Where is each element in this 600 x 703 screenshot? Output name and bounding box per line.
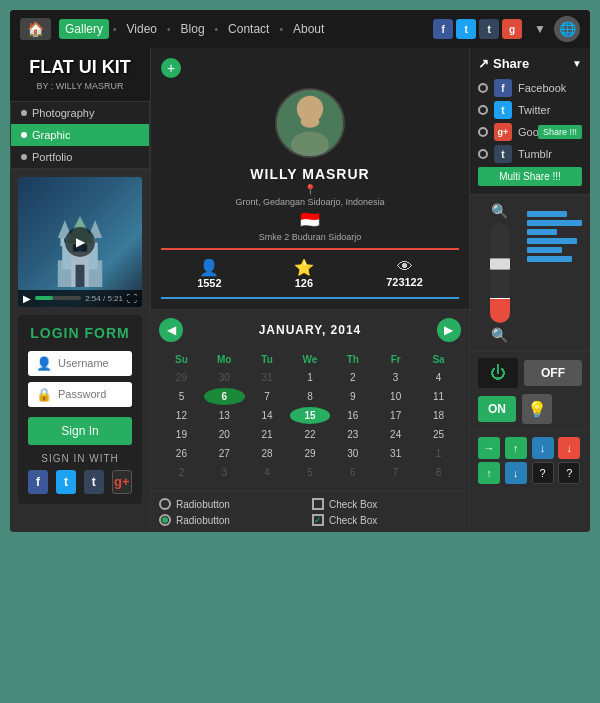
bulb-icon[interactable]: 💡 bbox=[522, 394, 552, 424]
share-now-button[interactable]: Share !!! bbox=[538, 125, 582, 139]
password-input[interactable] bbox=[58, 388, 124, 400]
home-icon[interactable]: 🏠 bbox=[20, 18, 51, 40]
video-progress-bar[interactable] bbox=[35, 296, 81, 300]
social-google-icon[interactable]: g bbox=[502, 19, 522, 39]
cal-cell[interactable]: 14 bbox=[247, 407, 288, 424]
dropdown-item-portfolio[interactable]: Portfolio bbox=[11, 146, 149, 168]
cal-cell[interactable]: 27 bbox=[204, 445, 245, 462]
cal-cell[interactable]: 9 bbox=[332, 388, 373, 405]
calendar-next-button[interactable]: ▶ bbox=[437, 318, 461, 342]
arrow-dark-2-button[interactable]: ? bbox=[558, 462, 580, 484]
social-twitter-icon[interactable]: t bbox=[456, 19, 476, 39]
arrow-down-2-button[interactable]: ↓ bbox=[505, 462, 527, 484]
arrow-down-blue-button[interactable]: ↓ bbox=[532, 437, 554, 459]
nav-item-contact[interactable]: Contact bbox=[222, 19, 275, 39]
social-login-facebook[interactable]: f bbox=[28, 470, 48, 494]
cal-cell[interactable]: 30 bbox=[332, 445, 373, 462]
power-button[interactable]: ⏻ bbox=[478, 358, 518, 388]
cal-cell-today[interactable]: 15 bbox=[290, 407, 331, 424]
arrow-down-red-button[interactable]: ↓ bbox=[558, 437, 580, 459]
cal-cell[interactable]: 31 bbox=[247, 369, 288, 386]
cal-cell[interactable]: 1 bbox=[290, 369, 331, 386]
cal-cell[interactable]: 8 bbox=[418, 464, 459, 481]
nav-item-gallery[interactable]: Gallery bbox=[59, 19, 109, 39]
gauge-zoom-out-icon[interactable]: 🔍 bbox=[491, 327, 508, 343]
cal-cell[interactable]: 17 bbox=[375, 407, 416, 424]
nav-globe-icon[interactable]: 🌐 bbox=[554, 16, 580, 42]
video-fullscreen-icon[interactable]: ⛶ bbox=[127, 293, 137, 304]
checkbox-1[interactable] bbox=[312, 498, 324, 510]
cal-cell[interactable]: 5 bbox=[161, 388, 202, 405]
nav-item-blog[interactable]: Blog bbox=[175, 19, 211, 39]
cal-cell[interactable]: 4 bbox=[247, 464, 288, 481]
share-radio-facebook[interactable] bbox=[478, 83, 488, 93]
cal-cell[interactable]: 7 bbox=[375, 464, 416, 481]
social-login-google[interactable]: g+ bbox=[112, 470, 132, 494]
cal-cell[interactable]: 2 bbox=[332, 369, 373, 386]
cal-cell[interactable]: 22 bbox=[290, 426, 331, 443]
cal-cell[interactable]: 30 bbox=[204, 369, 245, 386]
arrow-up-2-button[interactable]: ↑ bbox=[478, 462, 500, 484]
dropdown-item-photography[interactable]: Photography bbox=[11, 102, 149, 124]
cal-cell[interactable]: 18 bbox=[418, 407, 459, 424]
social-facebook-icon[interactable]: f bbox=[433, 19, 453, 39]
arrow-up-button[interactable]: ↑ bbox=[505, 437, 527, 459]
cal-cell[interactable]: 10 bbox=[375, 388, 416, 405]
nav-dot-2: • bbox=[167, 24, 171, 35]
arrow-right-button[interactable]: → bbox=[478, 437, 500, 459]
signin-button[interactable]: Sign In bbox=[28, 417, 132, 445]
cal-cell[interactable]: 1 bbox=[418, 445, 459, 462]
cal-cell[interactable]: 13 bbox=[204, 407, 245, 424]
share-radio-twitter[interactable] bbox=[478, 105, 488, 115]
radio-button-1[interactable] bbox=[159, 498, 171, 510]
calendar-prev-button[interactable]: ◀ bbox=[159, 318, 183, 342]
cal-cell[interactable]: 24 bbox=[375, 426, 416, 443]
cal-cell[interactable]: 20 bbox=[204, 426, 245, 443]
share-dropdown-icon[interactable]: ▼ bbox=[572, 58, 582, 69]
cal-cell[interactable]: 7 bbox=[247, 388, 288, 405]
arrow-dark-1-button[interactable]: ? bbox=[532, 462, 554, 484]
nav-dropdown-arrow[interactable]: ▼ bbox=[534, 22, 546, 36]
cal-cell[interactable]: 6 bbox=[332, 464, 373, 481]
cal-cell[interactable]: 19 bbox=[161, 426, 202, 443]
gauge-handle[interactable] bbox=[490, 258, 510, 270]
cal-cell[interactable]: 29 bbox=[290, 445, 331, 462]
cal-cell[interactable]: 16 bbox=[332, 407, 373, 424]
cal-cell[interactable]: 31 bbox=[375, 445, 416, 462]
cal-cell[interactable]: 3 bbox=[375, 369, 416, 386]
video-play-button[interactable]: ▶ bbox=[65, 227, 95, 257]
share-radio-google[interactable] bbox=[478, 127, 488, 137]
cal-cell[interactable]: 28 bbox=[247, 445, 288, 462]
profile-add-button[interactable]: + bbox=[161, 58, 181, 78]
video-play-icon[interactable]: ▶ bbox=[23, 293, 31, 304]
views-count: 723122 bbox=[386, 276, 423, 288]
cal-cell[interactable]: 5 bbox=[290, 464, 331, 481]
cal-cell[interactable]: 2 bbox=[161, 464, 202, 481]
cal-cell[interactable]: 3 bbox=[204, 464, 245, 481]
cal-cell[interactable]: 8 bbox=[290, 388, 331, 405]
cal-cell[interactable]: 21 bbox=[247, 426, 288, 443]
dropdown-item-graphic[interactable]: Graphic bbox=[11, 124, 149, 146]
cal-cell[interactable]: 12 bbox=[161, 407, 202, 424]
nav-item-video[interactable]: Video bbox=[121, 19, 163, 39]
social-login-tumblr[interactable]: t bbox=[84, 470, 104, 494]
social-login-twitter[interactable]: t bbox=[56, 470, 76, 494]
cal-cell[interactable]: 26 bbox=[161, 445, 202, 462]
nav-item-about[interactable]: About bbox=[287, 19, 330, 39]
cal-cell[interactable]: 4 bbox=[418, 369, 459, 386]
gauge-zoom-in-icon[interactable]: 🔍 bbox=[491, 203, 508, 219]
share-radio-tumblr[interactable] bbox=[478, 149, 488, 159]
social-tumblr-icon[interactable]: t bbox=[479, 19, 499, 39]
cal-cell[interactable]: 11 bbox=[418, 388, 459, 405]
content-area: FLAT UI KIT BY : WILLY MASRUR Photograph… bbox=[10, 48, 590, 532]
cal-cell[interactable]: 29 bbox=[161, 369, 202, 386]
cal-cell[interactable]: 25 bbox=[418, 426, 459, 443]
multi-share-button[interactable]: Multi Share !!! bbox=[478, 167, 582, 186]
radio-button-2[interactable] bbox=[159, 514, 171, 526]
on-button[interactable]: ON bbox=[478, 396, 516, 422]
username-input[interactable] bbox=[58, 357, 124, 369]
cal-cell-6[interactable]: 6 bbox=[204, 388, 245, 405]
cal-cell[interactable]: 23 bbox=[332, 426, 373, 443]
checkbox-2[interactable]: ✓ bbox=[312, 514, 324, 526]
gauge-track[interactable] bbox=[490, 223, 510, 323]
